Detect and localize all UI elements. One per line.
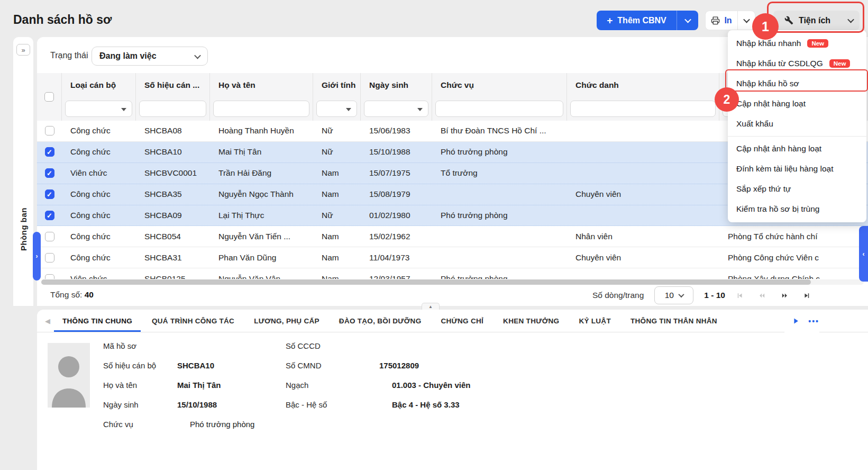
cell-gender: Nam <box>313 163 361 184</box>
detail-tab[interactable]: THÔNG TIN THÂN NHÂN <box>631 310 717 332</box>
utilities-menu-item[interactable]: Cập nhật ảnh hàng loạt <box>728 139 866 159</box>
column-header[interactable]: Giới tính <box>313 73 361 97</box>
sidebar-collapsed-label: Phòng ban <box>19 207 28 251</box>
double-chevron-right-icon: » <box>21 46 25 54</box>
total-label: Tổng số: <box>50 290 82 299</box>
column-header[interactable]: Chức danh <box>567 73 719 97</box>
column-header[interactable]: Số hiệu cán ... <box>136 73 210 97</box>
column-header[interactable]: Họ và tên <box>210 73 313 97</box>
table-row[interactable]: Viên chức SHCB0125 Nguyễn Văn Vân Nam 12… <box>37 268 868 279</box>
row-checkbox[interactable] <box>45 189 54 199</box>
cell-staff-type: Viên chức <box>62 268 136 279</box>
page-range: 1 - 10 <box>704 291 725 300</box>
utilities-menu-item[interactable]: Cập nhật hàng loạt <box>728 94 866 114</box>
status-filter-label: Trạng thái <box>50 51 88 60</box>
utilities-menu-item[interactable]: Nhập khẩu hồ sơ <box>728 74 866 94</box>
detail-tab-bar: ◀ THÔNG TIN CHUNG QUÁ TRÌNH CÔNG TÁC LƯƠ… <box>37 310 868 332</box>
column-header[interactable]: Chức vụ <box>432 73 567 97</box>
row-checkbox[interactable] <box>45 211 54 220</box>
previous-page-icon[interactable] <box>757 292 766 300</box>
cell-full-name: Nguyễn Văn Tiến ... <box>210 226 313 247</box>
utilities-menu-item[interactable]: Xuất khẩu <box>728 114 866 134</box>
avatar <box>48 343 90 408</box>
detail-tab[interactable]: LƯƠNG, PHỤ CẤP <box>254 310 319 332</box>
next-page-icon[interactable] <box>780 292 789 300</box>
detail-tab[interactable]: KỶ LUẬT <box>579 310 611 332</box>
cell-full-name: Mai Thị Tân <box>210 142 313 162</box>
cell-position <box>432 226 567 247</box>
cell-gender: Nam <box>313 247 361 268</box>
detail-fields-right: Số CCCD Số CMND 175012809 Ngạch 01.003 -… <box>286 336 470 414</box>
cell-staff-code: SHCBA09 <box>136 205 210 226</box>
first-page-icon[interactable] <box>736 292 744 300</box>
cell-position: Phó trưởng phòng <box>432 268 567 279</box>
page-title: Danh sách hồ sơ <box>13 13 112 27</box>
utilities-menu-item[interactable]: Sắp xếp thứ tự <box>728 179 866 199</box>
cell-gender: Nam <box>313 268 361 279</box>
horizontal-scrollbar-thumb[interactable] <box>41 279 811 285</box>
print-button[interactable]: In <box>705 11 755 30</box>
column-header[interactable]: Loại cán bộ <box>62 73 136 97</box>
detail-tab[interactable]: THÔNG TIN CHUNG <box>62 310 132 332</box>
right-panel-open-handle[interactable]: ‹ <box>859 226 868 282</box>
cell-title <box>567 121 719 141</box>
sidebar-open-handle[interactable]: › <box>33 232 41 281</box>
row-checkbox[interactable] <box>45 232 54 241</box>
utilities-menu-item[interactable]: Đính kèm tài liệu hàng loạt <box>728 159 866 179</box>
column-filter[interactable] <box>316 101 357 117</box>
cell-gender: Nam <box>313 226 361 247</box>
column-filter[interactable] <box>213 101 309 117</box>
row-checkbox[interactable] <box>45 253 54 263</box>
row-checkbox[interactable] <box>45 147 54 157</box>
cell-position: Bí thư Đoàn TNCS Hồ Chí ... <box>432 121 567 141</box>
add-cbnv-label: Thêm CBNV <box>617 16 666 25</box>
cell-dob: 12/03/1957 <box>361 268 432 279</box>
chevron-down-icon <box>678 292 684 297</box>
column-filter[interactable] <box>435 101 563 117</box>
row-checkbox[interactable] <box>45 274 54 279</box>
detail-field: Ngày sinh 15/10/1988 <box>103 395 254 414</box>
cell-department: Phòng Xây dựng Chính c <box>719 268 868 279</box>
more-tabs-icon[interactable]: ••• <box>808 317 819 326</box>
new-badge: New <box>807 39 828 48</box>
tabs-scroll-right-icon[interactable] <box>792 317 800 325</box>
select-all-checkbox[interactable] <box>44 92 54 102</box>
cell-staff-code: SHCBA35 <box>136 184 210 205</box>
detail-field: Ngạch 01.003 - Chuyên viên <box>286 375 470 395</box>
utilities-button[interactable]: Tiện ích <box>773 11 860 30</box>
detail-fields-left: Mã hồ sơ Số hiệu cán bộ SHCBA10 Họ và tê… <box>103 336 254 434</box>
tabs-scroll-left-icon[interactable]: ◀ <box>45 317 50 325</box>
column-filter[interactable] <box>364 101 428 117</box>
column-filter[interactable] <box>139 101 206 117</box>
print-label: In <box>724 16 732 25</box>
detail-tab[interactable]: CHỨNG CHỈ <box>441 310 483 332</box>
detail-tab[interactable]: QUÁ TRÌNH CÔNG TÁC <box>152 310 234 332</box>
table-row[interactable]: Công chức SHCBA31 Phan Văn Dũng Nam 11/0… <box>37 247 868 268</box>
collapsed-sidebar: » Phòng ban <box>13 37 33 306</box>
panel-splitter-handle[interactable]: ▲ <box>422 303 440 310</box>
table-row[interactable]: Công chức SHCB054 Nguyễn Văn Tiến ... Na… <box>37 226 868 247</box>
cell-staff-type: Công chức <box>62 205 136 226</box>
utilities-menu-item[interactable]: Kiểm tra hồ sơ bị trùng <box>728 199 866 219</box>
cell-position: Phó trưởng phòng <box>432 142 567 162</box>
cell-dob: 15/02/1962 <box>361 226 432 247</box>
detail-tab[interactable]: KHEN THƯỞNG <box>503 310 559 332</box>
add-cbnv-button[interactable]: + Thêm CBNV <box>597 11 698 30</box>
cell-full-name: Nguyễn Văn Vân <box>210 268 313 279</box>
page-size-select[interactable]: 10 <box>654 286 693 304</box>
utilities-dropdown-toggle[interactable] <box>842 18 860 23</box>
add-cbnv-dropdown-toggle[interactable] <box>677 18 698 23</box>
cell-department: Phòng Công chức Viên c <box>719 247 868 268</box>
cell-position: Tổ trưởng <box>432 163 567 184</box>
last-page-icon[interactable] <box>803 292 811 300</box>
utilities-menu-item[interactable]: Nhập khẩu từ CSDLQG New <box>728 53 866 74</box>
detail-tab[interactable]: ĐÀO TẠO, BỒI DƯỠNG <box>339 310 422 332</box>
column-filter[interactable] <box>65 101 132 117</box>
column-header[interactable]: Ngày sinh <box>361 73 432 97</box>
row-checkbox[interactable] <box>45 168 54 178</box>
column-filter[interactable] <box>570 101 716 117</box>
sidebar-expand-button[interactable]: » <box>16 44 30 56</box>
utilities-menu-item[interactable]: Nhập khẩu nhanh New <box>728 33 866 53</box>
status-filter-select[interactable]: Đang làm việc <box>92 47 208 66</box>
row-checkbox[interactable] <box>45 126 54 135</box>
